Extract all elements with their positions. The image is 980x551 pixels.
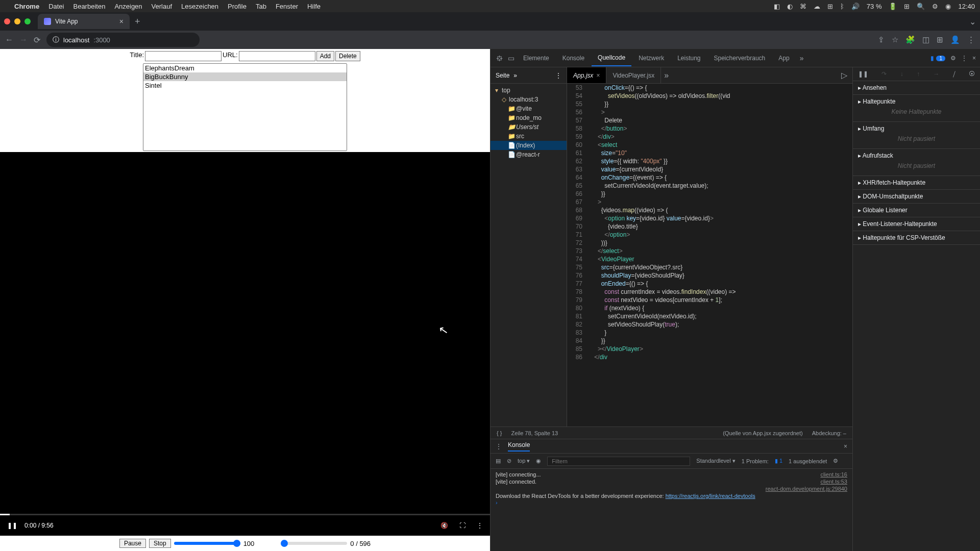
- live-expr-icon[interactable]: ◉: [536, 458, 541, 464]
- wifi-icon[interactable]: ⊞: [904, 3, 910, 10]
- tree-item[interactable]: 📄@react-r: [491, 150, 567, 159]
- clear-console-icon[interactable]: ⊘: [507, 458, 511, 464]
- tree-item[interactable]: 📁node_mo: [491, 113, 567, 122]
- extensions-icon[interactable]: 🧩: [905, 35, 915, 44]
- forward-button[interactable]: →: [19, 35, 28, 44]
- sidepanel-icon[interactable]: ◫: [922, 35, 929, 44]
- url-input[interactable]: [239, 51, 315, 61]
- step-over-icon[interactable]: ↷: [881, 70, 887, 78]
- drawer-menu-icon[interactable]: ⋮: [496, 443, 502, 450]
- play-pause-icon[interactable]: ❚❚: [7, 522, 17, 529]
- tree-item[interactable]: 📁src: [491, 132, 567, 141]
- menu-fenster[interactable]: Fenster: [276, 3, 298, 10]
- more-tabs-icon[interactable]: »: [797, 54, 807, 62]
- tree-item[interactable]: 📄(Index): [491, 141, 567, 150]
- volume-slider[interactable]: [174, 542, 240, 545]
- pause-script-icon[interactable]: ❚❚: [858, 70, 868, 78]
- menu-hilfe[interactable]: Hilfe: [307, 3, 321, 10]
- video-player[interactable]: ❚❚ 0:00 / 9:56 🔇 ⛶ ⋮: [0, 152, 490, 536]
- menu-bearbeiten[interactable]: Bearbeiten: [73, 3, 105, 10]
- step-icon[interactable]: →: [933, 70, 939, 78]
- sources-page-tab[interactable]: Seite: [496, 72, 509, 79]
- sidepane-section[interactable]: ▸ Event-Listener-Haltepunkte: [853, 217, 980, 231]
- issues-icon[interactable]: ▮1: [930, 55, 945, 62]
- source-file-tab[interactable]: App.jsx×: [567, 67, 606, 83]
- pause-exc-icon[interactable]: ⦿: [969, 70, 975, 78]
- more-icon[interactable]: »: [513, 72, 517, 79]
- devtools-close-icon[interactable]: ×: [972, 55, 976, 62]
- console-side-icon[interactable]: ▤: [496, 458, 501, 464]
- sidepane-section[interactable]: ▸ Ansehen: [853, 81, 980, 95]
- sidepane-section[interactable]: ▸ AufrufstackNicht pausiert: [853, 149, 980, 176]
- console-tab[interactable]: Konsole: [508, 441, 530, 452]
- tab-close-icon[interactable]: ×: [119, 17, 124, 26]
- sidepane-section[interactable]: ▸ Globale Listener: [853, 204, 980, 217]
- title-input[interactable]: [145, 51, 222, 61]
- delete-button[interactable]: Delete: [335, 51, 360, 61]
- chrome-menu-icon[interactable]: ⋮: [967, 35, 975, 44]
- sidepane-section[interactable]: ▸ Haltepunkte für CSP-Verstöße: [853, 231, 980, 245]
- video-option[interactable]: BigBuckBunny: [143, 72, 347, 81]
- format-icon[interactable]: { }: [497, 430, 502, 436]
- sidepane-section[interactable]: ▸ UmfangNicht pausiert: [853, 122, 980, 149]
- fullscreen-icon[interactable]: ⛶: [459, 522, 465, 529]
- new-tab-button[interactable]: +: [135, 16, 140, 27]
- tab-quellcode[interactable]: Quellcode: [592, 50, 631, 66]
- video-menu-icon[interactable]: ⋮: [477, 522, 483, 529]
- url-field[interactable]: ⓘ localhost:3000: [46, 33, 200, 47]
- inspect-icon[interactable]: ⯐: [495, 54, 505, 62]
- problems-badge[interactable]: ▮ 1: [775, 458, 782, 464]
- window-maximize-button[interactable]: [24, 18, 31, 24]
- sidepane-section[interactable]: ▸ XHR/fetch-Haltepunkte: [853, 176, 980, 190]
- tree-item[interactable]: ◇localhost:3: [491, 95, 567, 104]
- file-tree[interactable]: ▾top◇localhost:3📁@vite📁node_mo📁Users/st📁…: [491, 84, 567, 427]
- tree-item[interactable]: 📁Users/st: [491, 122, 567, 132]
- bookmark-icon[interactable]: ☆: [892, 35, 898, 44]
- tree-item[interactable]: 📁@vite: [491, 104, 567, 113]
- video-option[interactable]: ElephantsDream: [143, 64, 347, 72]
- control-center-icon[interactable]: ⚙: [932, 3, 938, 10]
- window-close-button[interactable]: [4, 18, 10, 24]
- tab-netzwerk[interactable]: Netzwerk: [632, 51, 670, 66]
- window-minimize-button[interactable]: [14, 18, 20, 24]
- browser-tab[interactable]: Vite App ×: [38, 14, 130, 29]
- menu-verlauf[interactable]: Verlauf: [152, 3, 172, 10]
- add-button[interactable]: Add: [316, 51, 334, 61]
- bluetooth-icon[interactable]: ᛒ: [840, 3, 844, 10]
- clock[interactable]: 12:40: [958, 3, 975, 10]
- profile-icon[interactable]: 👤: [950, 35, 960, 44]
- menu-datei[interactable]: Datei: [48, 3, 64, 10]
- step-out-icon[interactable]: ↑: [917, 70, 920, 78]
- menubar-app[interactable]: Chrome: [14, 3, 39, 10]
- video-select[interactable]: ElephantsDreamBigBuckBunnySintel: [143, 63, 347, 151]
- siri-icon[interactable]: ◉: [945, 3, 951, 10]
- console-close-icon[interactable]: ×: [844, 443, 847, 450]
- devtools-toggle-icon[interactable]: ⊞: [937, 35, 943, 44]
- menu-profile[interactable]: Profile: [228, 3, 247, 10]
- device-toggle-icon[interactable]: ▭: [506, 54, 516, 62]
- sidepane-section[interactable]: ▸ HaltepunkteKeine Haltepunkte: [853, 95, 980, 122]
- tab-dropdown-icon[interactable]: ⌄: [969, 17, 976, 27]
- context-selector[interactable]: top ▾: [518, 458, 530, 464]
- tab-elemente[interactable]: Elemente: [517, 51, 555, 66]
- menu-lesezeichen[interactable]: Lesezeichen: [181, 3, 218, 10]
- status-icon[interactable]: ⊞: [827, 3, 833, 10]
- volume-icon[interactable]: 🔊: [851, 3, 860, 10]
- back-button[interactable]: ←: [5, 35, 13, 44]
- share-icon[interactable]: ⇪: [878, 35, 885, 44]
- tab-speicher[interactable]: Speicherverbrauch: [708, 51, 772, 66]
- level-selector[interactable]: Standardlevel ▾: [696, 458, 735, 464]
- stop-button[interactable]: Stop: [149, 539, 171, 548]
- devtools-menu-icon[interactable]: ⋮: [961, 55, 967, 62]
- site-info-icon[interactable]: ⓘ: [53, 35, 59, 44]
- console-prompt[interactable]: ›: [496, 499, 847, 506]
- seek-slider[interactable]: [281, 542, 347, 545]
- console-filter-input[interactable]: [547, 457, 690, 466]
- more-files-icon[interactable]: »: [664, 71, 669, 80]
- console-settings-icon[interactable]: ⚙: [833, 458, 838, 464]
- tree-item[interactable]: ▾top: [491, 86, 567, 95]
- source-file-tab[interactable]: VideoPlayer.jsx: [606, 67, 661, 83]
- settings-icon[interactable]: ⚙: [950, 55, 956, 62]
- reload-button[interactable]: ⟳: [34, 35, 40, 45]
- run-icon[interactable]: ▷: [841, 70, 847, 80]
